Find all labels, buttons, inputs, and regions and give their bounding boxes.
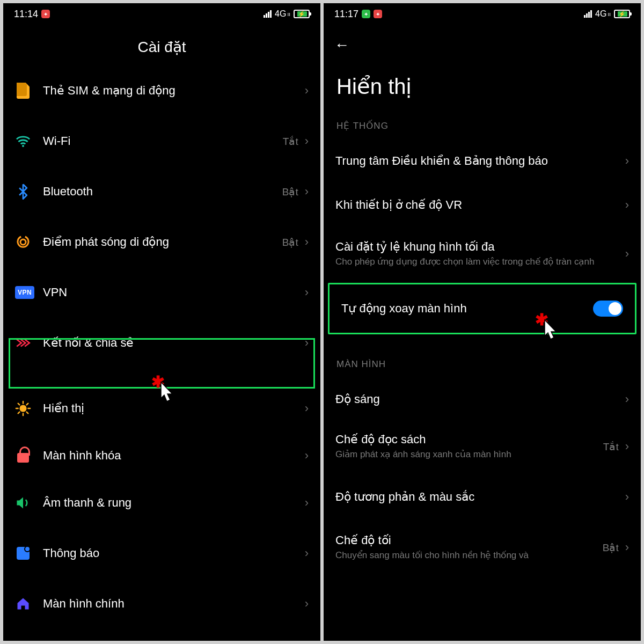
sound-icon [15, 495, 31, 511]
status-bar: 11:14 ✦ 4G ıı ⚡ [3, 3, 320, 25]
chevron-right-icon: › [305, 286, 309, 299]
signal-icon [264, 10, 272, 18]
row-hotspot[interactable]: Điểm phát sóng di động Bật › [3, 217, 320, 267]
svg-line-7 [27, 412, 28, 414]
status-bar: 11:17 ✦ ✦ 4G ıı ⚡ [324, 3, 641, 25]
status-time: 11:14 [14, 9, 38, 20]
network-type: 4G [595, 9, 606, 19]
settings-list: Thẻ SIM & mạng di động › Wi-Fi Tắt › Blu… [3, 65, 320, 629]
row-aspect-ratio[interactable]: Cài đặt tỷ lệ khung hình tối đa Cho phép… [324, 227, 641, 281]
chevron-right-icon: › [305, 336, 309, 350]
row-notifications[interactable]: Thông báo › [3, 528, 320, 579]
chevron-right-icon: › [305, 84, 309, 98]
display-settings-screen: 11:17 ✦ ✦ 4G ıı ⚡ ← Hiển thị HỆ THỐNG Tr… [324, 3, 641, 641]
chevron-right-icon: › [305, 235, 309, 249]
status-time: 11:17 [334, 9, 358, 20]
auto-rotate-toggle[interactable] [593, 301, 623, 317]
hotspot-icon [15, 234, 31, 250]
bluetooth-icon [15, 184, 31, 200]
chevron-right-icon: › [625, 440, 629, 453]
share-icon [15, 335, 31, 351]
row-brightness[interactable]: Độ sáng › [324, 377, 641, 421]
status-app-icon: ✦ [362, 10, 370, 18]
chevron-right-icon: › [625, 198, 629, 212]
svg-line-6 [18, 404, 20, 405]
row-wifi[interactable]: Wi-Fi Tắt › [3, 116, 320, 166]
chevron-right-icon: › [305, 449, 309, 463]
row-contrast-color[interactable]: Độ tương phản & màu sắc › [324, 472, 641, 522]
chevron-right-icon: › [625, 490, 629, 504]
chevron-right-icon: › [625, 540, 629, 554]
chevron-right-icon: › [625, 154, 629, 168]
row-vpn[interactable]: VPN VPN › [3, 267, 320, 318]
row-dark-mode[interactable]: Chế độ tối Chuyển sang màu tối cho hình … [324, 522, 641, 573]
page-title: Hiển thị [324, 59, 641, 117]
section-header-screen: MÀN HÌNH [324, 356, 641, 377]
row-homescreen[interactable]: Màn hình chính › [3, 579, 320, 629]
svg-point-0 [22, 145, 24, 147]
network-type: 4G [275, 9, 286, 19]
chevron-right-icon: › [305, 185, 309, 199]
page-title: Cài đặt [3, 25, 320, 65]
status-app-icon: ✦ [374, 10, 382, 18]
signal-icon [584, 10, 592, 18]
row-share[interactable]: Kết nối & chia sẻ › [3, 318, 320, 368]
battery-icon: ⚡ [614, 10, 630, 18]
svg-point-1 [19, 405, 26, 412]
row-auto-rotate[interactable]: Tự động xoay màn hình [328, 283, 636, 334]
lock-icon [15, 448, 31, 464]
row-vr-mode[interactable]: Khi thiết bị ở chế độ VR › [324, 183, 641, 227]
notifications-icon [15, 545, 31, 561]
row-sound[interactable]: Âm thanh & rung › [3, 478, 320, 528]
back-arrow-icon: ← [334, 36, 349, 53]
battery-icon: ⚡ [294, 10, 310, 18]
back-button[interactable]: ← [324, 25, 641, 59]
brightness-icon [15, 400, 31, 416]
status-app-icon: ✦ [41, 10, 50, 18]
row-bluetooth[interactable]: Bluetooth Bật › [3, 166, 320, 217]
chevron-right-icon: › [305, 546, 309, 560]
sim-icon [15, 83, 31, 99]
wifi-icon [15, 133, 31, 149]
svg-line-8 [18, 412, 20, 414]
chevron-right-icon: › [625, 247, 629, 261]
chevron-right-icon: › [305, 134, 309, 148]
settings-screen: 11:14 ✦ 4G ıı ⚡ Cài đặt Thẻ SIM & mạng d… [3, 3, 320, 641]
row-lockscreen[interactable]: Màn hình khóa › [3, 434, 320, 478]
chevron-right-icon: › [625, 392, 629, 406]
chevron-right-icon: › [305, 496, 309, 510]
home-icon [15, 596, 31, 612]
row-reading-mode[interactable]: Chế độ đọc sách Giảm phát xạ ánh sáng xa… [324, 421, 641, 472]
row-sim[interactable]: Thẻ SIM & mạng di động › [3, 65, 320, 116]
section-header-system: HỆ THỐNG [324, 117, 641, 139]
row-control-center[interactable]: Trung tâm Điều khiển & Bảng thông báo › [324, 139, 641, 183]
svg-line-9 [27, 404, 28, 405]
chevron-right-icon: › [305, 401, 309, 415]
chevron-right-icon: › [305, 597, 309, 611]
vpn-icon: VPN [15, 286, 34, 299]
row-display[interactable]: Hiển thị › [3, 383, 320, 434]
